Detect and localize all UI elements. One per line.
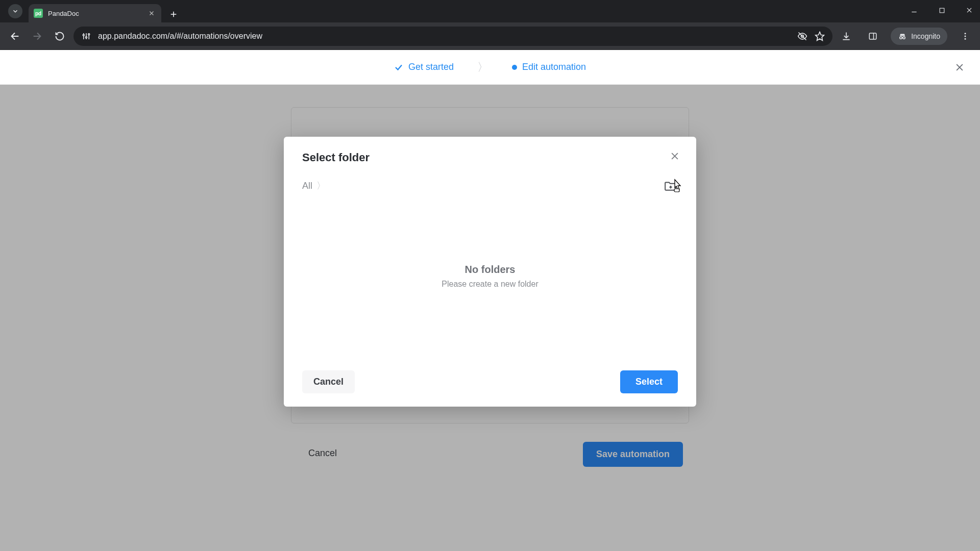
cancel-button[interactable]: Cancel — [302, 370, 355, 393]
empty-title: No folders — [465, 264, 516, 276]
kebab-menu-button[interactable] — [957, 28, 974, 45]
side-panel-button[interactable] — [864, 28, 881, 45]
tabs-search-button[interactable] — [4, 0, 27, 22]
favicon-icon: pd — [34, 9, 43, 18]
new-tab-button[interactable] — [165, 6, 182, 22]
check-icon — [394, 63, 403, 72]
svg-rect-5 — [940, 8, 944, 13]
site-settings-icon[interactable] — [81, 31, 92, 42]
select-folder-modal: Select folder All 〉 — [284, 137, 696, 407]
svg-point-26 — [965, 35, 966, 37]
browser-window: pd PandaDoc app.pandadoc.com/a/#/automat… — [0, 0, 980, 551]
address-bar: app.pandadoc.com/a/#/automations/overvie… — [0, 22, 980, 50]
browser-tab[interactable]: pd PandaDoc — [29, 4, 161, 22]
wizard-header: Get started 〉 Edit automation — [0, 50, 980, 85]
bookmark-star-icon[interactable] — [814, 31, 825, 42]
url-field[interactable]: app.pandadoc.com/a/#/automations/overvie… — [74, 27, 832, 46]
toolbar-right: Incognito — [838, 28, 974, 45]
empty-state: No folders Please create a new folder — [302, 192, 678, 360]
breadcrumb: All 〉 — [302, 180, 326, 192]
close-icon[interactable] — [147, 9, 156, 18]
chevron-down-icon — [8, 4, 22, 18]
url-text: app.pandadoc.com/a/#/automations/overvie… — [98, 32, 791, 41]
create-folder-button[interactable] — [664, 180, 678, 192]
breadcrumb-row: All 〉 — [302, 180, 678, 192]
step-label: Edit automation — [522, 62, 586, 72]
modal-overlay: Select folder All 〉 — [0, 85, 980, 551]
eye-off-icon[interactable] — [797, 31, 808, 42]
modal-title: Select folder — [302, 151, 678, 164]
downloads-button[interactable] — [838, 28, 855, 45]
select-button[interactable]: Select — [620, 370, 678, 393]
page-body: Cancel Save automation Select folder All… — [0, 85, 980, 551]
minimize-button[interactable] — [906, 3, 922, 18]
wizard-step-get-started[interactable]: Get started — [394, 62, 454, 72]
dot-icon — [512, 65, 517, 70]
incognito-icon — [898, 32, 907, 41]
incognito-label: Incognito — [911, 32, 940, 40]
page: Get started 〉 Edit automation Cancel Sav… — [0, 50, 980, 551]
wizard-step-edit-automation[interactable]: Edit automation — [512, 62, 586, 72]
step-label: Get started — [408, 62, 454, 72]
close-window-button[interactable] — [962, 3, 977, 18]
svg-rect-20 — [869, 33, 876, 39]
svg-point-13 — [83, 34, 84, 36]
chevron-right-icon: 〉 — [477, 60, 488, 75]
modal-footer: Cancel Select — [302, 370, 678, 393]
reload-button[interactable] — [51, 28, 68, 45]
svg-point-25 — [965, 33, 966, 34]
maximize-button[interactable] — [934, 3, 949, 18]
back-button[interactable] — [6, 28, 23, 45]
close-wizard-button[interactable] — [952, 60, 967, 74]
tab-title: PandaDoc — [48, 10, 142, 17]
breadcrumb-root[interactable]: All — [302, 181, 312, 191]
empty-subtitle: Please create a new folder — [442, 280, 538, 289]
svg-point-15 — [88, 33, 90, 35]
chevron-right-icon: 〉 — [316, 180, 326, 192]
incognito-indicator[interactable]: Incognito — [891, 28, 947, 45]
forward-button[interactable] — [29, 28, 46, 45]
tab-strip: pd PandaDoc — [0, 0, 980, 22]
svg-point-14 — [86, 36, 87, 38]
svg-marker-18 — [816, 32, 824, 40]
svg-point-27 — [965, 38, 966, 39]
window-controls — [906, 0, 977, 20]
svg-point-23 — [903, 36, 905, 39]
close-modal-button[interactable] — [668, 149, 682, 163]
svg-point-22 — [900, 36, 902, 39]
